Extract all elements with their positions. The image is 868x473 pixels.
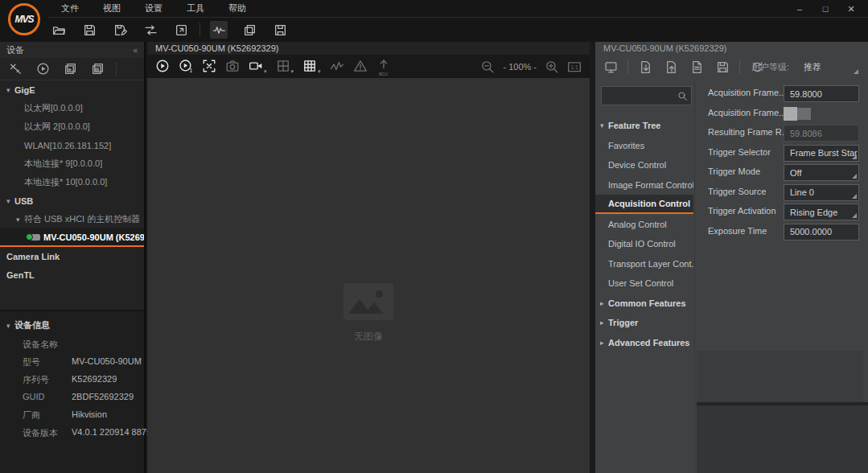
feature-tree-item[interactable]: User Set Control [595, 274, 693, 293]
property-dropdown[interactable]: Off [784, 164, 859, 181]
disconnect-all-button[interactable] [6, 60, 24, 78]
user-level-dropdown[interactable]: 推荐 [797, 58, 860, 76]
single-frame-button[interactable]: 1 [179, 59, 193, 75]
histogram-button[interactable] [330, 59, 344, 75]
dropdown-corner-icon [852, 174, 857, 179]
save-as-button[interactable] [111, 21, 129, 39]
feature-tree-item[interactable]: Transport Layer Cont... [595, 254, 693, 274]
fit-window-button[interactable] [202, 59, 216, 75]
grid-button[interactable]: ▾ [302, 59, 321, 75]
layout-button[interactable] [241, 21, 258, 39]
info-label: 型号 [23, 356, 40, 368]
device-panel-title: 设备 [6, 44, 24, 56]
property-control: Rising Edge [784, 204, 859, 220]
camera-connected-icon [26, 233, 40, 241]
no-image-placeholder: 无图像 [343, 283, 393, 343]
device-info-row: 序列号K52692329 [0, 371, 144, 389]
minimize-button[interactable]: – [789, 2, 810, 16]
preview-toolbar-left: 1▾▾▾BCU [155, 56, 391, 76]
feature-description-box [697, 351, 863, 402]
device-tree-item[interactable]: 以太网[0.0.0.0] [0, 99, 144, 117]
feature-document-button[interactable] [688, 58, 706, 76]
property-dropdown[interactable]: Rising Edge [784, 204, 859, 220]
dropdown-corner-icon [852, 154, 857, 159]
property-row: Trigger SelectorFrame Burst Star [595, 145, 868, 162]
info-label: 设备名称 [23, 339, 58, 351]
device-tree-item[interactable]: 本地连接* 10[0.0.0.0] [0, 173, 144, 191]
menu-item-2[interactable]: 设置 [138, 1, 169, 16]
property-dropdown[interactable]: Frame Burst Star [784, 145, 859, 162]
menubar: 文件视图设置工具帮助 [48, 0, 253, 17]
device-tree-label: WLAN[10.26.181.152] [24, 141, 111, 150]
device-info-row: 厂商Hikvision [0, 406, 144, 424]
import-features-button[interactable] [636, 58, 654, 76]
device-config-button[interactable] [271, 21, 289, 39]
export-features-button[interactable] [662, 58, 680, 76]
chevron-down-icon[interactable]: ▾ [16, 216, 24, 224]
attribute-monitor-button[interactable] [602, 58, 619, 76]
device-tree-item[interactable]: 以太网 2[0.0.0.0] [0, 117, 144, 136]
zoom-in-button[interactable] [545, 60, 559, 74]
chevron-right-icon[interactable]: ▸ [600, 299, 608, 307]
preview-tab[interactable]: MV-CU050-90UM (K52692329) [147, 42, 590, 55]
device-tree-item[interactable]: GenTL [0, 265, 144, 284]
chevron-right-icon[interactable]: ▸ [600, 319, 608, 327]
device-tree-item[interactable]: ▾USB [0, 191, 144, 210]
frame-grabber-button[interactable] [210, 21, 228, 39]
info-label: GUID [23, 392, 45, 401]
property-input[interactable]: 59.8000 [784, 85, 859, 102]
batch-start-button[interactable] [61, 60, 79, 78]
device-tree-item-selected[interactable]: MV-CU050-90UM (K5269... [0, 228, 144, 247]
device-tree-label: 符合 USB xHCI 的主机控制器 [24, 213, 140, 225]
chevron-right-icon[interactable]: ▸ [600, 339, 608, 347]
chevron-down-icon[interactable]: ▾ [6, 197, 14, 205]
capture-button[interactable] [225, 59, 240, 75]
no-image-text: 无图像 [343, 330, 393, 343]
panel-splitter[interactable] [590, 42, 595, 473]
exception-alert-button[interactable] [353, 59, 368, 75]
menu-item-0[interactable]: 文件 [55, 1, 85, 16]
property-control: 59.8086 [784, 125, 859, 142]
property-input[interactable]: 5000.0000 [784, 224, 859, 241]
user-level-value: 推荐 [804, 61, 821, 73]
open-image-button[interactable] [50, 21, 68, 39]
property-toggle[interactable] [784, 107, 814, 121]
import-export-button[interactable] [142, 21, 159, 39]
zoom-out-button[interactable] [480, 60, 495, 74]
upload-bcu-button[interactable]: BCU [376, 56, 391, 76]
batch-stop-button[interactable] [88, 60, 106, 78]
record-button[interactable]: ▾ [249, 59, 267, 75]
collapse-panel-icon[interactable]: « [133, 46, 138, 55]
chevron-down-icon[interactable]: ▾ [6, 86, 14, 94]
save-image-button[interactable] [80, 21, 98, 39]
info-label: 序列号 [23, 374, 49, 386]
device-info-panel: ▾ 设备信息 设备名称型号MV-CU050-90UM序列号K52692329GU… [0, 311, 144, 473]
feature-tree-item[interactable]: ▸Common Features [595, 294, 693, 313]
actual-size-button[interactable]: 1:1 [567, 60, 582, 74]
device-tree-item[interactable]: 本地连接* 9[0.0.0.0] [0, 154, 144, 173]
menu-item-4[interactable]: 帮助 [222, 1, 253, 16]
new-window-button[interactable] [172, 21, 190, 39]
upload-bcu-button-label: BCU [376, 72, 391, 76]
device-tree-item[interactable]: Camera Link [0, 247, 144, 265]
menu-item-3[interactable]: 工具 [180, 1, 211, 16]
split-view-button[interactable]: ▾ [276, 59, 294, 75]
device-tree-item[interactable]: WLAN[10.26.181.152] [0, 136, 144, 154]
start-acquisition-button[interactable] [155, 59, 170, 75]
dropdown-value: Line 0 [790, 187, 814, 197]
device-tree-item[interactable]: ▾GigE [0, 80, 144, 99]
maximize-button[interactable]: □ [815, 2, 836, 16]
menu-item-1[interactable]: 视图 [97, 1, 127, 16]
property-row: Trigger ModeOff [595, 164, 868, 182]
feature-tree-item[interactable]: ▸Advanced Features [595, 333, 693, 352]
mvs-logo-icon: MVS [8, 3, 40, 35]
close-button[interactable]: ✕ [841, 2, 862, 16]
feature-tree-item[interactable]: ▸Trigger [595, 313, 693, 332]
device-info-header[interactable]: ▾ 设备信息 [6, 319, 50, 331]
start-all-acquisition-button[interactable] [34, 60, 51, 78]
device-tree-item[interactable]: ▾符合 USB xHCI 的主机控制器 [0, 210, 144, 228]
property-row: Acquisition Frame...59.8000 [595, 85, 868, 103]
save-features-button[interactable] [714, 58, 731, 76]
property-dropdown[interactable]: Line 0 [784, 184, 859, 201]
property-control: 59.8000 [784, 85, 859, 102]
